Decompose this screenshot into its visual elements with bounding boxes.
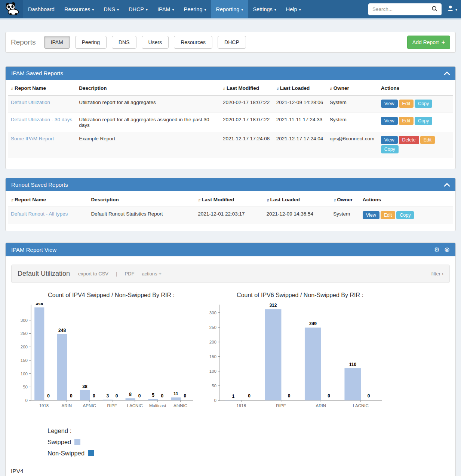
svg-text:110: 110 — [349, 362, 357, 367]
copy-button[interactable]: Copy — [415, 100, 432, 108]
chart-legend: Legend : SwippedNon-Swipped — [47, 425, 455, 459]
legend-color-swatch — [74, 439, 80, 445]
svg-text:0: 0 — [116, 393, 118, 399]
close-circle-icon[interactable]: ⊗ — [444, 246, 450, 253]
ipam-saved-reports-panel: IPAM Saved Reports ↓↑Report NameDescript… — [5, 66, 456, 169]
search-input[interactable] — [369, 4, 428, 15]
svg-text:0: 0 — [248, 393, 251, 399]
svg-text:200: 200 — [21, 345, 28, 349]
nav-item-peering[interactable]: Peering▾ — [179, 0, 211, 18]
svg-text:11: 11 — [173, 391, 178, 396]
column-header-last-modified[interactable]: ↓↑Last Modified — [220, 81, 273, 95]
svg-text:RIPE: RIPE — [107, 403, 117, 408]
cell-last-loaded: 2021-11-11 17:24:33 — [273, 113, 327, 132]
nav-item-ipam[interactable]: IPAM▾ — [153, 0, 179, 18]
nav-item-dns[interactable]: DNS▾ — [99, 0, 124, 18]
chevron-down-icon: ▾ — [455, 7, 457, 12]
svg-text:150: 150 — [209, 354, 216, 359]
svg-text:LACNIC: LACNIC — [127, 403, 143, 408]
svg-text:50: 50 — [212, 384, 216, 388]
column-header-report-name[interactable]: ↓↑Report Name — [8, 193, 88, 207]
cell-actions: ViewEditCopy — [378, 95, 453, 113]
sort-icon: ↓↑ — [198, 198, 200, 202]
copy-button[interactable]: Copy — [396, 211, 414, 219]
report-name-link[interactable]: Default Utilization — [11, 100, 50, 105]
report-name-link[interactable]: Default Runout - All types — [11, 211, 68, 217]
nav-item-dashboard[interactable]: Dashboard — [23, 0, 59, 18]
tab-ipam[interactable]: IPAM — [44, 36, 70, 49]
legend-item-swipped: Swipped — [47, 436, 455, 448]
cell-owner: System — [327, 113, 378, 132]
edit-button[interactable]: Edit — [399, 117, 414, 125]
tab-resources[interactable]: Resources — [174, 36, 212, 49]
toolbar-link-actions[interactable]: actions + — [142, 271, 161, 277]
copy-button[interactable]: Copy — [415, 117, 432, 125]
svg-text:0: 0 — [138, 393, 141, 399]
search-button[interactable] — [428, 4, 441, 15]
nav-item-settings[interactable]: Settings▾ — [248, 0, 281, 18]
svg-text:250: 250 — [21, 331, 28, 336]
edit-button[interactable]: Edit — [399, 100, 414, 108]
column-header-last-modified[interactable]: ↓↑Last Modified — [195, 193, 263, 207]
cell-last-modified: 2021-12-17 17:24:08 — [220, 132, 273, 159]
column-header-actions: Actions — [378, 81, 453, 95]
tab-peering[interactable]: Peering — [75, 36, 107, 49]
nav-item-resources[interactable]: Resources▾ — [59, 0, 99, 18]
column-header-owner[interactable]: ↓↑Owner — [327, 81, 378, 95]
svg-text:ARIN: ARIN — [316, 403, 326, 408]
copy-button[interactable]: Copy — [381, 145, 399, 153]
nav-item-reporting[interactable]: Reporting▾ — [211, 0, 248, 18]
nav-item-dhcp[interactable]: DHCP▾ — [124, 0, 153, 18]
user-menu[interactable]: ▾ — [447, 5, 457, 13]
svg-text:0: 0 — [328, 393, 330, 399]
svg-text:0: 0 — [368, 393, 370, 399]
bar-chart-ipv6: Count of IPV6 Swipped / Non-Swipped By R… — [206, 292, 394, 414]
view-button[interactable]: View — [381, 117, 398, 125]
cell-owner: ops@6connect.com — [327, 132, 378, 159]
chart-title: Count of IPV6 Swipped / Non-Swipped By R… — [206, 292, 394, 299]
report-name-link[interactable]: Default Utilization - 30 days — [11, 117, 72, 122]
column-header-last-loaded[interactable]: ↓↑Last Loaded — [273, 81, 327, 95]
ipam-report-view-header: IPAM Report View ⚙ ⊗ — [6, 243, 455, 256]
column-header-report-name[interactable]: ↓↑Report Name — [8, 81, 76, 95]
table-row: Default UtilizationUtilization report fo… — [8, 95, 453, 113]
chevron-down-icon: ▾ — [299, 7, 301, 12]
collapse-chevron-up-icon[interactable] — [444, 183, 450, 187]
column-header-owner[interactable]: ↓↑Owner — [330, 193, 360, 207]
svg-text:0: 0 — [184, 393, 186, 399]
panel-title: IPAM Report View — [11, 247, 56, 253]
filter-link[interactable]: filter › — [431, 271, 443, 277]
gear-icon[interactable]: ⚙ — [434, 247, 440, 253]
table-row: Default Runout - All typesDefault Runout… — [8, 207, 453, 224]
edit-button[interactable]: Edit — [420, 136, 435, 144]
ipam-saved-reports-header: IPAM Saved Reports — [6, 67, 455, 80]
tab-dhcp[interactable]: DHCP — [218, 36, 246, 49]
add-report-label: Add Report — [412, 39, 439, 45]
filter-label: filter — [431, 271, 440, 277]
column-header-last-loaded[interactable]: ↓↑Last Loaded — [264, 193, 331, 207]
nav-item-help[interactable]: Help▾ — [281, 0, 306, 18]
toolbar-link-export-to-csv[interactable]: export to CSV — [78, 271, 108, 277]
toolbar-link-pdf[interactable]: PDF — [125, 271, 134, 277]
nav-item-label: Help — [286, 6, 297, 12]
add-report-button[interactable]: Add Report + — [407, 36, 450, 49]
tab-users[interactable]: Users — [142, 36, 169, 49]
view-button[interactable]: View — [363, 211, 379, 219]
chevron-down-icon: ▾ — [241, 7, 243, 12]
delete-button[interactable]: Delete — [399, 136, 419, 144]
app-logo[interactable] — [0, 0, 23, 18]
tab-dns[interactable]: DNS — [112, 36, 136, 49]
cell-report-name: Some IPAM Report — [8, 132, 76, 159]
svg-text:LACNIC: LACNIC — [353, 403, 369, 408]
view-button[interactable]: View — [381, 136, 398, 144]
cell-description: Default Runout Statistics Report — [88, 207, 195, 224]
toolbar-separator: | — [116, 271, 117, 277]
view-button[interactable]: View — [381, 100, 398, 108]
collapse-chevron-up-icon[interactable] — [444, 71, 450, 75]
cell-report-name: Default Utilization - 30 days — [8, 113, 76, 132]
report-name-link[interactable]: Some IPAM Report — [11, 136, 54, 141]
svg-text:RIPE: RIPE — [276, 403, 286, 408]
svg-text:100: 100 — [21, 372, 28, 376]
edit-button[interactable]: Edit — [381, 211, 396, 219]
svg-text:50: 50 — [23, 385, 28, 389]
